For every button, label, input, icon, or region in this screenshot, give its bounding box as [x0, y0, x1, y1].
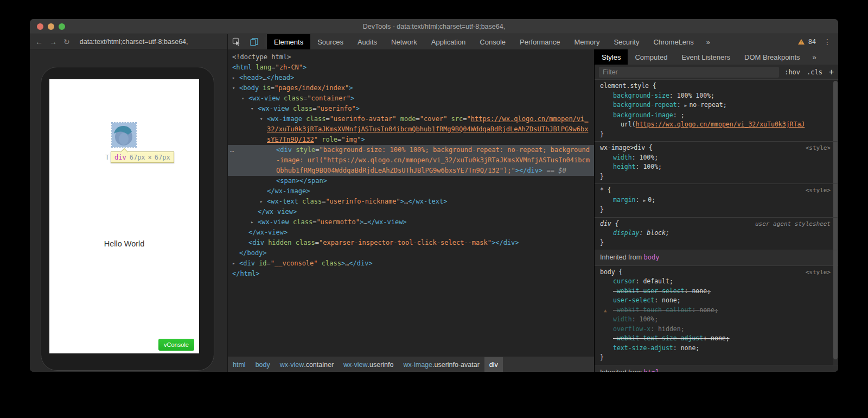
expanded-arrow-icon[interactable]: ▾ — [232, 83, 235, 93]
tab-chromelens[interactable]: ChromeLens — [646, 34, 700, 49]
zoom-window-button[interactable] — [59, 23, 65, 30]
css-property[interactable]: background-size: 100% 100%; — [600, 91, 831, 101]
breadcrumb-item[interactable]: body — [251, 357, 275, 372]
new-style-rule-button[interactable]: + — [829, 67, 834, 77]
more-tabs-chevron[interactable]: » — [701, 34, 716, 49]
back-icon[interactable]: ← — [35, 37, 43, 46]
breadcrumb-item[interactable]: wx-view.container — [275, 357, 339, 372]
dom-row[interactable]: ▸<wx-view class="usermotto">…</wx-view> — [228, 217, 594, 227]
dom-token: = — [463, 115, 467, 123]
dom-row[interactable]: </wx-view> — [228, 207, 594, 217]
tab-memory[interactable]: Memory — [567, 34, 607, 49]
css-property[interactable]: display: block; — [600, 229, 831, 238]
sidebar-tab-computed[interactable]: Computed — [628, 49, 674, 65]
dom-row[interactable]: ▾<wx-view class="userinfo"> — [228, 104, 594, 114]
css-property[interactable]: cursor: default; — [600, 277, 831, 287]
css-property[interactable]: ▲-webkit-touch-callout: none; — [600, 306, 831, 315]
vconsole-button[interactable]: vConsole — [158, 339, 194, 351]
styles-filter-input[interactable]: Filter — [599, 67, 779, 78]
forward-icon[interactable]: → — [49, 37, 57, 46]
tab-security[interactable]: Security — [607, 34, 646, 49]
expanded-arrow-icon[interactable]: ▾ — [260, 114, 263, 124]
tab-sources[interactable]: Sources — [310, 34, 350, 49]
dom-row[interactable]: <!doctype html> — [228, 52, 594, 62]
breadcrumb-item[interactable]: wx-image.userinfo-avatar — [399, 357, 484, 372]
css-property[interactable]: -webkit-user-select: none; — [600, 287, 831, 296]
rule-selector[interactable]: wx-image>div { — [600, 144, 653, 151]
tab-console[interactable]: Console — [473, 34, 513, 49]
css-property[interactable]: background-repeat: ▶no-repeat; — [600, 100, 831, 111]
close-window-button[interactable] — [37, 23, 43, 30]
css-property[interactable]: user-select: none; — [600, 296, 831, 306]
sidebar-tab-event-listeners[interactable]: Event Listeners — [674, 49, 737, 65]
collapsed-arrow-icon[interactable]: ▸ — [232, 73, 235, 83]
inspect-cursor-icon[interactable] — [228, 34, 245, 49]
element-classes-button[interactable]: .cls — [807, 68, 822, 76]
tab-performance[interactable]: Performance — [513, 34, 567, 49]
device-screen[interactable]: T div 67px — [49, 79, 199, 353]
dom-row[interactable]: …<div style="background-size: 100% 100%;… — [228, 145, 594, 176]
device-toolbar-icon[interactable] — [245, 34, 263, 49]
warning-icon[interactable] — [798, 39, 805, 45]
toggle-element-state-button[interactable]: :hov — [784, 68, 800, 76]
css-property[interactable]: height: 100%; — [600, 162, 831, 172]
dom-row[interactable]: ▸<wx-text class="userinfo-nickname">…</w… — [228, 197, 594, 207]
style-origin-link[interactable]: <style> — [806, 268, 831, 277]
rule-selector[interactable]: element.style { — [600, 82, 656, 90]
css-property[interactable]: width: 100%; — [600, 315, 831, 325]
css-property[interactable]: overflow-x: hidden; — [600, 325, 831, 334]
collapsed-arrow-icon[interactable]: ▸ — [260, 197, 263, 207]
css-property[interactable]: width: 100%; — [600, 153, 831, 163]
collapsed-arrow-icon[interactable]: ▸ — [232, 258, 235, 269]
sidebar-more-tabs-chevron[interactable]: » — [807, 49, 822, 65]
url-text[interactable]: data:text/html;charset=utf-8;base64, — [80, 38, 188, 46]
dom-token: > — [350, 94, 354, 102]
dom-row[interactable]: </html> — [228, 269, 594, 279]
userinfo-avatar-image[interactable] — [111, 122, 137, 148]
collapsed-arrow-icon[interactable]: ▸ — [251, 217, 253, 227]
sidebar-tab-styles[interactable]: Styles — [595, 49, 628, 65]
image-url-link[interactable]: https://wx.qlogo.cn/mmopen/vi_32/xuTu0k3… — [636, 121, 805, 128]
sidebar-tab-dom-breakpoints[interactable]: DOM Breakpoints — [737, 49, 807, 65]
dom-row[interactable]: <div hidden class="exparser-inspector-to… — [228, 238, 594, 248]
tab-audits[interactable]: Audits — [350, 34, 384, 49]
dom-row[interactable]: <span></span> — [228, 176, 594, 186]
tab-elements[interactable]: Elements — [267, 34, 310, 49]
rule-selector[interactable]: * { — [600, 186, 611, 194]
tab-application[interactable]: Application — [424, 34, 473, 49]
dom-row[interactable]: <html lang="zh-CN"> — [228, 62, 594, 73]
warning-count[interactable]: 84 — [808, 38, 816, 46]
css-property[interactable]: -webkit-text-size-adjust: none; — [600, 334, 831, 344]
dom-row[interactable]: </wx-view> — [228, 227, 594, 238]
kebab-menu-icon[interactable]: ⋮ — [820, 37, 835, 46]
dom-row-overflow-dots[interactable]: … — [230, 145, 234, 155]
dom-row[interactable]: ▸<head>…</head> — [228, 73, 594, 83]
dom-row[interactable]: ▾<body is="pages/index/index"> — [228, 83, 594, 93]
dom-row[interactable]: ▾<wx-view class="container"> — [228, 93, 594, 104]
reload-icon[interactable]: ↻ — [63, 37, 70, 46]
rule-selector[interactable]: body { — [600, 268, 623, 276]
css-property[interactable]: background-image: ; — [600, 111, 831, 121]
dom-row[interactable]: </body> — [228, 248, 594, 258]
minimize-window-button[interactable] — [48, 23, 54, 30]
expanded-arrow-icon[interactable]: ▾ — [241, 93, 244, 104]
dom-row[interactable]: </wx-image> — [228, 186, 594, 197]
dom-row[interactable]: ▸<div id="__vconsole" class>…</div> — [228, 258, 594, 269]
css-property[interactable]: margin: ▶0; — [600, 195, 831, 206]
rule-selector[interactable]: div { — [600, 220, 619, 227]
style-origin-link[interactable]: <style> — [806, 186, 831, 195]
css-property-value-url[interactable]: url(https://wx.qlogo.cn/mmopen/vi_32/xuT… — [600, 120, 831, 130]
breadcrumb-item[interactable]: html — [228, 357, 251, 372]
dom-row[interactable]: ▾<wx-image class="userinfo-avatar" mode=… — [228, 114, 594, 145]
expanded-arrow-icon[interactable]: ▾ — [251, 104, 253, 114]
dom-token: <html — [232, 64, 252, 71]
styles-sections: element.style {background-size: 100% 100… — [595, 80, 838, 372]
style-origin-link[interactable]: user agent stylesheet — [755, 219, 831, 229]
css-property[interactable]: text-size-adjust: none; — [600, 344, 831, 353]
dom-token: <body — [239, 84, 259, 92]
tab-network[interactable]: Network — [384, 34, 424, 49]
breadcrumb-item[interactable]: div — [484, 357, 503, 372]
style-origin-link[interactable]: <style> — [806, 143, 831, 153]
breadcrumb-item[interactable]: wx-view.userinfo — [339, 357, 398, 372]
dom-token: > — [400, 198, 404, 205]
